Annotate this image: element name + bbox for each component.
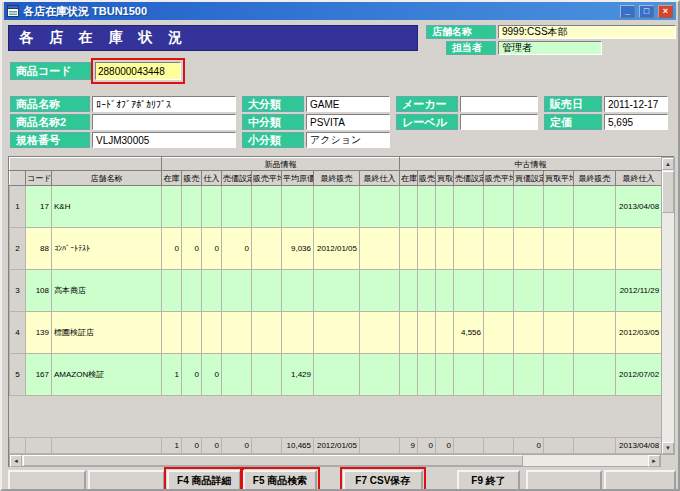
manager-value[interactable]: 管理者 xyxy=(498,41,602,55)
col-new-purchased: 仕入 xyxy=(202,171,222,186)
list-price-label: 定価 xyxy=(544,114,602,130)
standard-no-value[interactable]: VLJM30005 xyxy=(92,132,236,148)
product-name2-value[interactable] xyxy=(92,114,236,130)
app-window: 各店在庫状況 TBUN1500 _ □ × 各 店 在 庫 状 況 店舗名称 9… xyxy=(0,0,680,491)
row-number: 4 xyxy=(10,312,26,354)
summary-row: 1 0 0 0 10,465 2012/01/05 9 0 0 0 xyxy=(10,438,662,454)
grid-empty-area xyxy=(10,396,662,438)
fkey-blank-4-button[interactable] xyxy=(604,470,676,491)
col-rownum xyxy=(10,171,26,186)
vertical-scrollbar[interactable]: ▲ ▼ xyxy=(661,157,675,455)
col-used-sale-avg: 販売平均 xyxy=(484,171,514,186)
product-name2-label: 商品名称2 xyxy=(10,114,90,130)
table-row[interactable]: 4 139 標圃検証店 4,556 xyxy=(10,312,662,354)
function-key-bar: F4 商品詳細 F5 商品検索 F7 CSV保存 F9 終了 xyxy=(8,470,676,491)
table-row[interactable]: 3 108 高本商店 xyxy=(10,270,662,312)
category-mid-label: 中分類 xyxy=(242,114,304,130)
row-number: 5 xyxy=(10,354,26,396)
product-name-value[interactable]: ﾛｰﾄﾞｵﾌﾞｱﾎﾟｶﾘﾌﾟｽ xyxy=(92,96,236,112)
fkey-blank-1-button[interactable] xyxy=(8,470,86,491)
category-small-label: 小分類 xyxy=(242,132,304,148)
col-used-stock: 在庫 xyxy=(400,171,418,186)
category-large-value[interactable]: GAME xyxy=(306,96,390,112)
store-name-label: 店舗名称 xyxy=(426,25,496,39)
title-bar: 各店在庫状況 TBUN1500 _ □ × xyxy=(4,2,676,20)
group-header-spacer xyxy=(10,158,162,171)
product-code-input[interactable] xyxy=(95,62,181,80)
horizontal-scrollbar[interactable]: ◄ ► xyxy=(9,454,661,467)
horizontal-scroll-track[interactable] xyxy=(22,455,648,466)
label-brand-label: レーベル xyxy=(396,114,458,130)
scroll-up-icon[interactable]: ▲ xyxy=(662,158,674,170)
standard-no-label: 規格番号 xyxy=(10,132,90,148)
app-icon xyxy=(7,5,19,17)
f4-product-detail-button[interactable]: F4 商品詳細 xyxy=(167,470,241,491)
col-used-buy-avg: 買取平均 xyxy=(544,171,574,186)
col-new-last-sale: 最終販売 xyxy=(314,171,360,186)
grid-body: 1 17 K&H xyxy=(10,186,662,396)
summary-corner xyxy=(10,438,26,454)
window-title: 各店在庫状況 TBUN1500 xyxy=(23,4,616,19)
f7-csv-save-button[interactable]: F7 CSV保存 xyxy=(343,470,423,491)
category-small-value[interactable]: アクション xyxy=(306,132,390,148)
maximize-icon[interactable]: □ xyxy=(639,5,654,18)
col-new-stock: 在庫 xyxy=(162,171,182,186)
group-header-used: 中古情報 xyxy=(400,158,662,171)
col-new-last-purchase: 最終仕入 xyxy=(360,171,400,186)
product-name-label: 商品名称 xyxy=(10,96,90,112)
group-header-new: 新品情報 xyxy=(162,158,400,171)
vertical-scroll-thumb[interactable] xyxy=(662,171,674,213)
stock-grid: 新品情報 中古情報 コード 店舗名称 在庫 販売 仕入 売価設定 販売平均 平均… xyxy=(8,156,674,467)
table-row[interactable]: 1 17 K&H xyxy=(10,186,662,228)
label-brand-value[interactable] xyxy=(460,114,538,130)
sale-date-label: 販売日 xyxy=(544,96,602,112)
group-header-row: 新品情報 中古情報 xyxy=(10,158,662,171)
maker-value[interactable] xyxy=(460,96,538,112)
fkey-blank-3-button[interactable] xyxy=(526,470,602,491)
col-used-last-sale: 最終販売 xyxy=(574,171,616,186)
product-code-label: 商品コード xyxy=(10,62,92,80)
row-number: 3 xyxy=(10,270,26,312)
horizontal-scroll-thumb[interactable] xyxy=(23,455,523,466)
row-number: 1 xyxy=(10,186,26,228)
close-icon[interactable]: × xyxy=(658,5,673,18)
scroll-right-icon[interactable]: ► xyxy=(648,455,660,467)
col-used-buyback: 買取 xyxy=(436,171,454,186)
stock-table: 新品情報 中古情報 コード 店舗名称 在庫 販売 仕入 売価設定 販売平均 平均… xyxy=(9,157,662,454)
col-new-price-set: 売価設定 xyxy=(222,171,252,186)
row-number: 2 xyxy=(10,228,26,270)
col-new-avg-cost: 平均原価 xyxy=(282,171,314,186)
col-store-name: 店舗名称 xyxy=(52,171,162,186)
col-code: コード xyxy=(26,171,52,186)
f9-exit-button[interactable]: F9 終了 xyxy=(457,470,521,491)
table-row[interactable]: 5 167 AMAZON検証 1 0 0 1,429 xyxy=(10,354,662,396)
col-used-buyprice-set: 買価設定 xyxy=(514,171,544,186)
scroll-down-icon[interactable]: ▼ xyxy=(662,442,674,454)
column-header-row: コード 店舗名称 在庫 販売 仕入 売価設定 販売平均 平均原価 最終販売 最終… xyxy=(10,171,662,186)
fkey-blank-2-button[interactable] xyxy=(88,470,166,491)
page-title: 各 店 在 庫 状 況 xyxy=(8,25,418,51)
table-row[interactable]: 2 88 ｺﾝﾊﾞｰﾄﾃｽﾄ 0 0 0 0 9,036 2012/01/05 xyxy=(10,228,662,270)
store-name-value[interactable]: 9999:CSS本部 xyxy=(498,25,676,39)
sale-date-value[interactable]: 2011-12-17 xyxy=(604,96,668,112)
scroll-left-icon[interactable]: ◄ xyxy=(10,455,22,467)
col-used-price-set: 売価設定 xyxy=(454,171,484,186)
col-new-sold: 販売 xyxy=(182,171,202,186)
manager-label: 担当者 xyxy=(446,41,496,55)
vertical-scroll-track[interactable] xyxy=(662,170,674,442)
col-new-sale-avg: 販売平均 xyxy=(252,171,282,186)
f5-product-search-button[interactable]: F5 商品検索 xyxy=(243,470,317,491)
category-mid-value[interactable]: PSVITA xyxy=(306,114,390,130)
col-used-last-purchase: 最終仕入 xyxy=(616,171,662,186)
minimize-icon[interactable]: _ xyxy=(620,5,635,18)
list-price-value[interactable]: 5,695 xyxy=(604,114,668,130)
col-used-sold: 販売 xyxy=(418,171,436,186)
maker-label: メーカー xyxy=(396,96,458,112)
category-large-label: 大分類 xyxy=(242,96,304,112)
